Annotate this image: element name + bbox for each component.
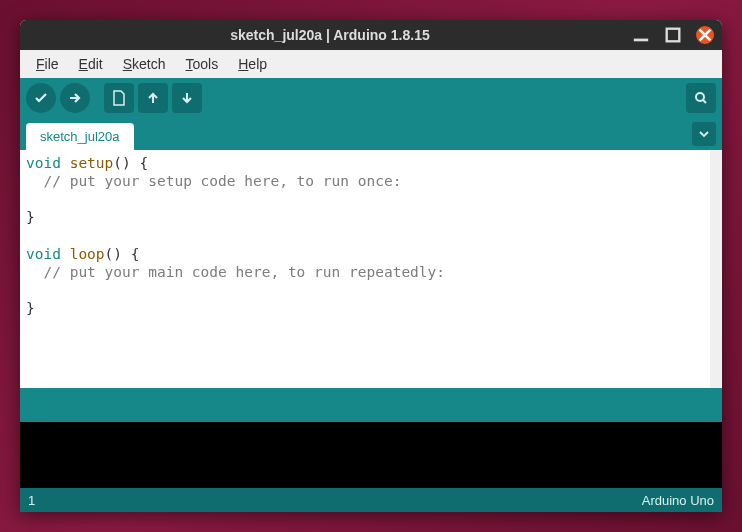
code-line xyxy=(26,281,716,299)
svg-rect-1 xyxy=(667,29,680,42)
menubar: File Edit Sketch Tools Help xyxy=(20,50,722,78)
console-output[interactable] xyxy=(20,422,722,488)
menu-file[interactable]: File xyxy=(28,53,67,75)
editor-scrollbar[interactable] xyxy=(710,150,722,388)
minimize-icon xyxy=(632,26,650,44)
serial-monitor-icon xyxy=(693,90,709,106)
code-editor[interactable]: void setup() { // put your setup code he… xyxy=(20,150,722,388)
close-button[interactable] xyxy=(696,26,714,44)
status-strip xyxy=(20,388,722,422)
tab-sketch[interactable]: sketch_jul20a xyxy=(26,123,134,150)
toolbar xyxy=(20,78,722,118)
minimize-button[interactable] xyxy=(632,26,650,44)
arrow-right-icon xyxy=(67,90,83,106)
chevron-down-icon xyxy=(699,129,709,139)
code-line: } xyxy=(26,299,716,317)
arrow-up-icon xyxy=(145,90,161,106)
tab-menu-button[interactable] xyxy=(692,122,716,146)
window-controls xyxy=(632,26,714,44)
code-line: void setup() { xyxy=(26,154,716,172)
app-window: sketch_jul20a | Arduino 1.8.15 File Edit… xyxy=(20,20,722,512)
code-line xyxy=(26,227,716,245)
maximize-button[interactable] xyxy=(664,26,682,44)
menu-sketch[interactable]: Sketch xyxy=(115,53,174,75)
new-button[interactable] xyxy=(104,83,134,113)
file-new-icon xyxy=(111,90,127,106)
tabbar: sketch_jul20a xyxy=(20,118,722,150)
code-line xyxy=(26,190,716,208)
menu-help[interactable]: Help xyxy=(230,53,275,75)
upload-button[interactable] xyxy=(60,83,90,113)
close-icon xyxy=(696,26,714,44)
code-line: } xyxy=(26,208,716,226)
code-line: // put your main code here, to run repea… xyxy=(26,263,716,281)
footer: 1 Arduino Uno xyxy=(20,488,722,512)
arrow-down-icon xyxy=(179,90,195,106)
board-name: Arduino Uno xyxy=(642,493,714,508)
titlebar: sketch_jul20a | Arduino 1.8.15 xyxy=(20,20,722,50)
code-line: // put your setup code here, to run once… xyxy=(26,172,716,190)
svg-rect-0 xyxy=(634,39,648,42)
svg-point-2 xyxy=(696,93,704,101)
code-line: void loop() { xyxy=(26,245,716,263)
save-button[interactable] xyxy=(172,83,202,113)
menu-tools[interactable]: Tools xyxy=(178,53,227,75)
verify-button[interactable] xyxy=(26,83,56,113)
maximize-icon xyxy=(664,26,682,44)
serial-monitor-button[interactable] xyxy=(686,83,716,113)
check-icon xyxy=(33,90,49,106)
open-button[interactable] xyxy=(138,83,168,113)
window-title: sketch_jul20a | Arduino 1.8.15 xyxy=(28,27,632,43)
line-number: 1 xyxy=(28,493,35,508)
menu-edit[interactable]: Edit xyxy=(71,53,111,75)
